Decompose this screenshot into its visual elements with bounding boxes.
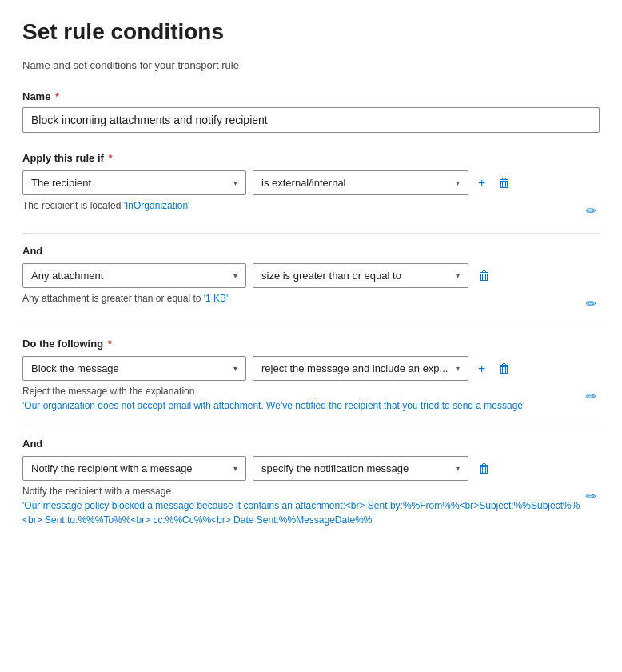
- pencil-icon-1: ✏: [586, 203, 596, 218]
- block-message-dropdown[interactable]: Block the message ▾: [22, 356, 246, 381]
- external-internal-value: is external/internal: [261, 177, 451, 189]
- trash-icon-4: 🗑: [478, 462, 491, 476]
- delete-attachment-condition-button[interactable]: 🗑: [475, 266, 494, 286]
- trash-icon: 🗑: [498, 176, 511, 190]
- plus-icon: +: [478, 176, 485, 190]
- external-internal-chevron: ▾: [456, 178, 460, 187]
- page-subtitle: Name and set conditions for your transpo…: [22, 59, 600, 71]
- page-title: Set rule conditions: [22, 19, 600, 45]
- block-message-value: Block the message: [31, 362, 229, 374]
- delete-notify-action-button[interactable]: 🗑: [475, 458, 494, 479]
- size-condition-value: size is greater than or equal to: [261, 270, 451, 282]
- plus-icon-2: +: [478, 362, 485, 376]
- attachment-dropdown[interactable]: Any attachment ▾: [22, 263, 246, 288]
- delete-action-button[interactable]: 🗑: [495, 358, 514, 379]
- notification-message-value: specify the notification message: [261, 462, 451, 474]
- recipient-condition-chevron: ▾: [233, 178, 237, 187]
- apply-rule-label: Apply this rule if: [22, 152, 104, 164]
- size-condition-chevron: ▾: [456, 271, 460, 280]
- do-following-label: Do the following: [22, 338, 103, 350]
- notify-recipient-dropdown[interactable]: Notify the recipient with a message ▾: [22, 456, 246, 481]
- reject-action-dropdown[interactable]: reject the message and include an exp...…: [253, 356, 468, 381]
- divider-2: [22, 326, 600, 326]
- notify-recipient-label: Notify the recipient with a message: [22, 486, 583, 497]
- recipient-condition-value: The recipient: [31, 177, 229, 189]
- recipient-location-link[interactable]: 'InOrganization': [124, 200, 190, 211]
- recipient-location-info: The recipient is located 'InOrganization…: [22, 200, 189, 211]
- trash-icon-3: 🗑: [498, 362, 511, 376]
- external-internal-dropdown[interactable]: is external/internal ▾: [253, 170, 468, 195]
- reject-action-chevron: ▾: [456, 364, 460, 373]
- add-condition-button[interactable]: +: [475, 173, 488, 194]
- trash-icon-2: 🗑: [478, 269, 491, 283]
- reject-explanation-text: 'Our organization does not accept email …: [22, 398, 524, 413]
- divider-3: [22, 426, 600, 426]
- notification-message-chevron: ▾: [456, 464, 460, 473]
- pencil-icon-3: ✏: [586, 389, 596, 404]
- divider-1: [22, 233, 600, 234]
- notification-message-dropdown[interactable]: specify the notification message ▾: [253, 456, 468, 481]
- attachment-size-desc: Any attachment is greater than or equal …: [22, 293, 204, 304]
- notify-recipient-text: 'Our message policy blocked a message be…: [22, 498, 583, 527]
- pencil-icon-4: ✏: [586, 489, 596, 504]
- edit-notify-action-button[interactable]: ✏: [583, 486, 600, 507]
- delete-condition-button[interactable]: 🗑: [495, 173, 514, 194]
- edit-reject-action-button[interactable]: ✏: [583, 386, 600, 407]
- size-condition-dropdown[interactable]: size is greater than or equal to ▾: [253, 263, 468, 288]
- recipient-location-desc: The recipient is located: [22, 200, 124, 211]
- notify-recipient-value: Notify the recipient with a message: [31, 462, 229, 474]
- do-following-required: *: [105, 338, 112, 350]
- rule-name-input[interactable]: [22, 107, 600, 133]
- attachment-size-link[interactable]: '1 KB': [204, 293, 229, 304]
- apply-rule-required: *: [106, 152, 113, 164]
- attachment-size-info: Any attachment is greater than or equal …: [22, 293, 228, 304]
- reject-action-value: reject the message and include an exp...: [261, 362, 451, 374]
- recipient-condition-dropdown[interactable]: The recipient ▾: [22, 170, 246, 195]
- and-label-1: And: [22, 245, 600, 257]
- block-message-chevron: ▾: [233, 364, 237, 373]
- notify-recipient-chevron: ▾: [233, 464, 237, 473]
- edit-attachment-condition-button[interactable]: ✏: [583, 293, 600, 314]
- pencil-icon-2: ✏: [586, 296, 596, 311]
- and-label-2: And: [22, 438, 600, 450]
- edit-recipient-condition-button[interactable]: ✏: [583, 200, 600, 222]
- name-required: *: [52, 90, 59, 102]
- attachment-chevron: ▾: [233, 271, 237, 280]
- attachment-value: Any attachment: [31, 270, 229, 282]
- add-action-button[interactable]: +: [475, 358, 488, 379]
- name-label: Name: [22, 90, 50, 102]
- reject-explanation-label: Reject the message with the explanation: [22, 386, 524, 397]
